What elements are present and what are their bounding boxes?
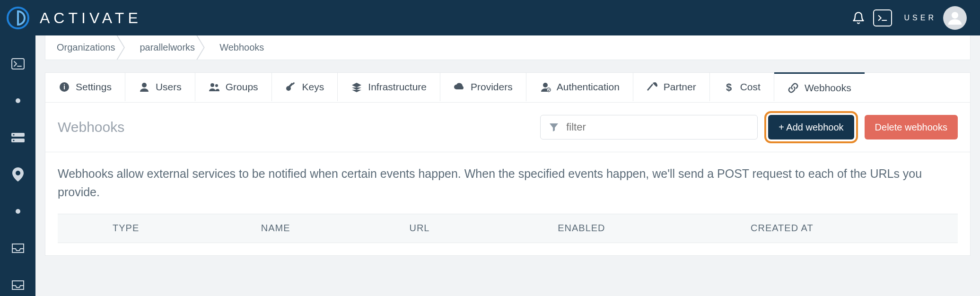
tab-providers[interactable]: Providers (440, 73, 526, 101)
tab-infrastructure[interactable]: Infrastructure (338, 73, 440, 101)
svg-point-14 (215, 84, 218, 87)
filter-input-wrap[interactable] (540, 115, 758, 139)
topbar: ACTIVATE USER (0, 0, 980, 35)
svg-point-13 (210, 83, 214, 87)
tab-label: Cost (740, 81, 761, 93)
nav-terminal-icon[interactable] (9, 54, 27, 73)
svg-point-18 (543, 83, 548, 87)
tabs: i Settings Users Groups Keys (45, 73, 970, 103)
tab-cost[interactable]: $ Cost (710, 73, 774, 101)
tab-label: Webhooks (805, 82, 851, 94)
brand-logo-icon (5, 5, 31, 31)
tab-settings[interactable]: i Settings (45, 73, 125, 101)
tab-keys[interactable]: Keys (272, 73, 338, 101)
brand[interactable]: ACTIVATE (0, 5, 142, 31)
breadcrumb-current[interactable]: Webhooks (209, 35, 278, 60)
breadcrumb: Organizations parallelworks Webhooks (45, 35, 971, 60)
add-webhook-button[interactable]: + Add webhook (768, 115, 854, 139)
tab-label: Users (156, 81, 182, 93)
tab-authentication[interactable]: Authentication (526, 73, 633, 101)
nav-storage-icon[interactable] (9, 128, 27, 147)
filter-icon (548, 122, 560, 133)
tab-label: Authentication (557, 81, 620, 93)
tab-label: Infrastructure (368, 81, 427, 93)
brand-title: ACTIVATE (40, 10, 142, 26)
tab-users[interactable]: Users (125, 73, 195, 101)
user-label[interactable]: USER (904, 14, 936, 22)
terminal-icon[interactable] (873, 9, 892, 26)
nav-inbox-2-icon[interactable] (9, 276, 27, 295)
tab-groups[interactable]: Groups (195, 73, 272, 101)
content-card: i Settings Users Groups Keys (45, 72, 971, 256)
nav-separator-dot (9, 91, 27, 110)
delete-webhooks-button[interactable]: Delete webhooks (865, 115, 958, 139)
svg-point-9 (13, 139, 14, 141)
svg-point-12 (142, 83, 147, 87)
breadcrumb-org-name[interactable]: parallelworks (129, 35, 209, 60)
col-url: URL (367, 223, 515, 234)
section-header: Webhooks + Add webhook Delete webhooks (45, 103, 970, 152)
svg-point-8 (13, 134, 14, 135)
tab-webhooks[interactable]: Webhooks (774, 72, 865, 102)
svg-text:$: $ (726, 81, 732, 93)
tab-partner[interactable]: Partner (633, 73, 710, 101)
tab-label: Partner (664, 81, 696, 93)
col-enabled: ENABLED (515, 223, 708, 234)
left-navbar (0, 35, 35, 296)
webhooks-description: Webhooks allow external services to be n… (45, 152, 970, 214)
nav-inbox-icon[interactable] (9, 239, 27, 258)
col-created-at: CREATED AT (708, 223, 945, 234)
tab-label: Keys (302, 81, 324, 93)
nav-location-icon[interactable] (9, 165, 27, 184)
col-name: NAME (219, 223, 367, 234)
tab-label: Groups (226, 81, 258, 93)
tab-label: Providers (471, 81, 513, 93)
svg-rect-4 (12, 59, 24, 69)
notifications-icon[interactable] (848, 7, 869, 29)
svg-point-3 (952, 12, 958, 18)
filter-input[interactable] (566, 121, 750, 133)
main-content: Organizations parallelworks Webhooks i S… (35, 35, 980, 296)
nav-separator-dot (9, 202, 27, 221)
svg-text:i: i (63, 83, 65, 91)
table-header: TYPE NAME URL ENABLED CREATED AT (58, 214, 958, 243)
tab-label: Settings (76, 81, 112, 93)
add-webhook-highlight: + Add webhook (764, 111, 858, 143)
col-type: TYPE (70, 223, 219, 234)
page-title: Webhooks (58, 119, 124, 135)
breadcrumb-organizations[interactable]: Organizations (49, 35, 129, 60)
avatar[interactable] (943, 6, 967, 30)
